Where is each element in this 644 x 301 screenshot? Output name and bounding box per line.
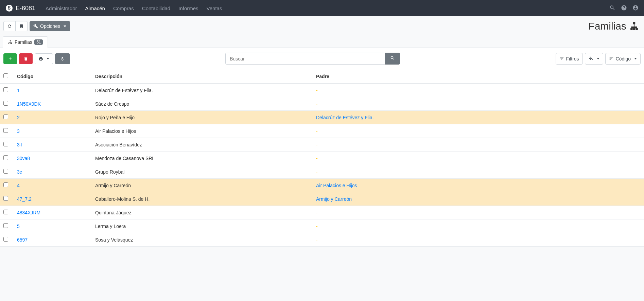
row-checkbox[interactable] bbox=[3, 210, 8, 214]
opciones-button[interactable]: Opciones bbox=[30, 21, 70, 31]
print-button[interactable] bbox=[35, 53, 53, 64]
descripcion-cell: Grupo Roybal bbox=[92, 165, 313, 179]
print-icon bbox=[38, 56, 43, 61]
row-checkbox[interactable] bbox=[3, 196, 8, 201]
codigo-link[interactable]: 3 bbox=[17, 128, 20, 134]
select-all-checkbox[interactable] bbox=[3, 73, 8, 78]
header-codigo[interactable]: Código bbox=[14, 69, 92, 84]
dollar-button[interactable] bbox=[55, 53, 70, 64]
brand-text: E-6081 bbox=[16, 5, 35, 12]
nav-link[interactable]: Administrador bbox=[42, 3, 81, 13]
codigo-link[interactable]: 1N50X9DK bbox=[17, 101, 41, 107]
wrench-icon bbox=[33, 24, 38, 29]
sort-icon bbox=[609, 56, 614, 61]
nav-link[interactable]: Informes bbox=[175, 3, 202, 13]
codigo-link[interactable]: 3c bbox=[17, 169, 22, 175]
filtros-button[interactable]: Filtros bbox=[556, 53, 583, 65]
table-row[interactable]: 2Rojo y Peña e HijoDelacrúz de Estévez y… bbox=[0, 111, 644, 124]
nav-links: AdministradorAlmacénComprasContabilidadI… bbox=[42, 3, 225, 13]
codigo-link[interactable]: 4834XJRM bbox=[17, 210, 40, 215]
table-row[interactable]: 30va8Mendoza de Casanova SRL- bbox=[0, 152, 644, 165]
padre-cell: - bbox=[313, 138, 644, 152]
table-row[interactable]: 6597Sosa y Velásquez- bbox=[0, 233, 644, 247]
table-row[interactable]: 3-lAsociación Benavídez- bbox=[0, 138, 644, 152]
codigo-link[interactable]: 4 bbox=[17, 183, 20, 188]
row-checkbox[interactable] bbox=[3, 101, 8, 106]
search-icon[interactable] bbox=[609, 5, 615, 12]
row-checkbox[interactable] bbox=[3, 114, 8, 119]
codigo-link[interactable]: 6597 bbox=[17, 237, 28, 243]
paint-button[interactable] bbox=[585, 53, 603, 65]
padre-cell: - bbox=[313, 152, 644, 165]
padre-cell: - bbox=[313, 84, 644, 97]
search-icon bbox=[390, 56, 395, 60]
row-checkbox[interactable] bbox=[3, 182, 8, 187]
row-checkbox[interactable] bbox=[3, 155, 8, 160]
table-row[interactable]: 47_7.2Caballero-Molina S. de H.Armijo y … bbox=[0, 192, 644, 206]
descripcion-cell: Mendoza de Casanova SRL bbox=[92, 152, 313, 165]
padre-link[interactable]: Armijo y Carreón bbox=[316, 196, 352, 202]
row-checkbox[interactable] bbox=[3, 169, 8, 174]
codigo-link[interactable]: 30va8 bbox=[17, 156, 30, 161]
trash-icon bbox=[23, 56, 28, 61]
svg-rect-1 bbox=[10, 40, 11, 41]
row-checkbox[interactable] bbox=[3, 128, 8, 133]
row-checkbox[interactable] bbox=[3, 237, 8, 242]
header-padre[interactable]: Padre bbox=[313, 69, 644, 84]
codigo-link[interactable]: 47_7.2 bbox=[17, 196, 32, 202]
padre-link[interactable]: Air Palacios e Hijos bbox=[316, 183, 357, 188]
codigo-link[interactable]: 3-l bbox=[17, 142, 22, 147]
search-input[interactable] bbox=[225, 53, 385, 65]
header-checkbox-cell bbox=[0, 69, 14, 84]
row-checkbox[interactable] bbox=[3, 223, 8, 228]
paint-icon bbox=[589, 56, 593, 61]
action-row: Filtros Código bbox=[0, 48, 644, 69]
descripcion-cell: Air Palacios e Hijos bbox=[92, 124, 313, 138]
nav-link[interactable]: Compras bbox=[110, 3, 137, 13]
padre-cell: Air Palacios e Hijos bbox=[313, 179, 644, 192]
search-button[interactable] bbox=[385, 53, 400, 65]
nav-link[interactable]: Almacén bbox=[82, 3, 108, 13]
row-checkbox[interactable] bbox=[3, 142, 8, 146]
descripcion-cell: Lerma y Loera bbox=[92, 219, 313, 233]
refresh-bookmark-group bbox=[3, 21, 28, 31]
tab-count-badge: 51 bbox=[34, 39, 43, 45]
table-row[interactable]: 1Delacrúz de Estévez y Flia.- bbox=[0, 84, 644, 97]
table-row[interactable]: 4834XJRMQuintana-Jáquez- bbox=[0, 206, 644, 219]
codigo-link[interactable]: 2 bbox=[17, 115, 20, 120]
caret-down-icon bbox=[64, 25, 66, 27]
help-icon[interactable] bbox=[621, 5, 627, 12]
plus-icon bbox=[8, 56, 13, 61]
delete-button[interactable] bbox=[19, 53, 33, 64]
padre-cell: Delacrúz de Estévez y Flia. bbox=[313, 111, 644, 124]
padre-cell: - bbox=[313, 206, 644, 219]
caret-down-icon bbox=[634, 58, 637, 59]
table-row[interactable]: 1N50X9DKSáez de Crespo- bbox=[0, 97, 644, 111]
descripcion-cell: Rojo y Peña e Hijo bbox=[92, 111, 313, 124]
sitemap-icon bbox=[8, 40, 13, 45]
table-row[interactable]: 3Air Palacios e Hijos- bbox=[0, 124, 644, 138]
brand[interactable]: E-6081 bbox=[5, 4, 35, 12]
table-row[interactable]: 3cGrupo Roybal- bbox=[0, 165, 644, 179]
tab-familias[interactable]: Familias 51 bbox=[3, 36, 48, 48]
user-icon[interactable] bbox=[632, 5, 639, 12]
add-button[interactable] bbox=[3, 53, 17, 64]
sort-codigo-button[interactable]: Código bbox=[605, 53, 641, 65]
action-left bbox=[3, 53, 70, 64]
nav-link[interactable]: Ventas bbox=[203, 3, 226, 13]
table-row[interactable]: 4Armijo y CarreónAir Palacios e Hijos bbox=[0, 179, 644, 192]
header-descripcion[interactable]: Descripción bbox=[92, 69, 313, 84]
refresh-icon bbox=[7, 24, 12, 29]
tab-label: Familias bbox=[15, 39, 32, 45]
nav-link[interactable]: Contabilidad bbox=[139, 3, 174, 13]
codigo-link[interactable]: 5 bbox=[17, 224, 20, 229]
padre-cell: - bbox=[313, 233, 644, 247]
bookmark-button[interactable] bbox=[16, 21, 28, 31]
navbar: E-6081 AdministradorAlmacénComprasContab… bbox=[0, 0, 644, 16]
refresh-button[interactable] bbox=[3, 21, 16, 31]
row-checkbox[interactable] bbox=[3, 87, 8, 92]
padre-cell: - bbox=[313, 219, 644, 233]
padre-link[interactable]: Delacrúz de Estévez y Flia. bbox=[316, 115, 374, 120]
table-row[interactable]: 5Lerma y Loera- bbox=[0, 219, 644, 233]
codigo-link[interactable]: 1 bbox=[17, 88, 20, 93]
